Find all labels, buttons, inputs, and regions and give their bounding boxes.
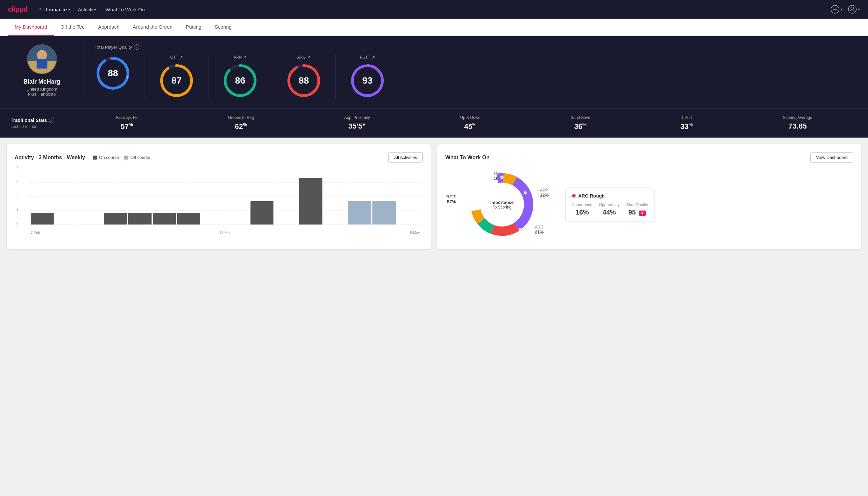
work-on-title: What To Work On (445, 155, 490, 160)
importance-metric: Importance 16% (572, 203, 592, 216)
tab-my-dashboard[interactable]: My Dashboard (8, 19, 54, 36)
svg-point-26 (524, 191, 527, 195)
legend-dot-off-course (124, 156, 128, 159)
putt-score-value: 93 (362, 75, 373, 86)
activity-card-header: Activity - 3 Months - Weekly On course O… (15, 152, 423, 162)
bottom-section: Activity - 3 Months - Weekly On course O… (0, 138, 868, 256)
x-axis: 7 Feb 28 Mar 9 May (28, 231, 423, 234)
bar-off-course (373, 201, 395, 224)
arrow-up-icon: ↗ (307, 55, 311, 60)
donut-chart: Importance To Scoring (465, 168, 539, 241)
activity-title: Activity - 3 Months - Weekly (15, 155, 85, 160)
logo[interactable]: clippd (8, 5, 28, 14)
score-arg: ARG ↗ 88 (272, 55, 336, 99)
ott-score-value: 87 (171, 75, 182, 86)
tab-off-the-tee[interactable]: Off the Tee (54, 19, 92, 36)
all-activities-button[interactable]: All Activities (388, 152, 423, 162)
shot-quality-badge: ▼ (639, 211, 646, 216)
ott-label: OTT ↗ (170, 55, 183, 60)
tab-putting[interactable]: Putting (179, 19, 208, 36)
donut-area: OTT 10% APP 12% ARG 21% PUTT 57% (445, 168, 558, 241)
bar-group (128, 213, 151, 224)
bar-group (104, 213, 127, 224)
bar-on-course (299, 178, 322, 224)
stat-items: Fairways Hit 57% Greens In Reg 62% App. … (70, 115, 857, 131)
trad-stats-section: Traditional Stats ? Last 20 rounds Fairw… (0, 108, 868, 138)
help-icon[interactable]: ? (49, 118, 54, 123)
player-handicap: Plus Handicap (28, 92, 56, 97)
score-ott: OTT ↗ 87 (145, 55, 208, 99)
avatar (27, 44, 57, 74)
legend-dot-on-course (93, 156, 97, 159)
putt-label: PUTT ↗ (360, 55, 375, 60)
app-segment-label: APP 12% (540, 188, 549, 198)
arrow-up-icon: ↗ (179, 55, 183, 60)
x-label-feb: 7 Feb (31, 231, 40, 234)
detail-card: ARG Rough Importance 16% Opportunity 44%… (565, 188, 655, 222)
player-name: Blair McHarg (23, 78, 60, 85)
bar-group (153, 213, 176, 224)
chevron-down-icon: ▾ (858, 7, 860, 12)
work-on-header: What To Work On View Dashboard (445, 152, 853, 162)
bar-on-course (104, 213, 127, 224)
nav-links: Performance ▾ Activities What To Work On (38, 7, 820, 12)
navbar: clippd Performance ▾ Activities What To … (0, 0, 868, 19)
bar-group (251, 201, 273, 224)
navbar-actions: ▾ ▾ (831, 5, 860, 14)
nav-activities[interactable]: Activities (78, 7, 98, 12)
player-country: United Kingdom (26, 87, 57, 92)
bar-group (373, 201, 395, 224)
tab-approach[interactable]: Approach (91, 19, 126, 36)
legend-on-course: On course (93, 155, 119, 160)
stat-one-putt: 1 Putt 33% (680, 115, 693, 131)
bars-container (28, 168, 423, 224)
view-dashboard-button[interactable]: View Dashboard (810, 152, 853, 162)
score-circles: 88 OTT ↗ 87 (95, 55, 857, 99)
player-info: Blair McHarg United Kingdom Plus Handica… (11, 44, 84, 97)
stat-fairways-hit: Fairways Hit 57% (115, 115, 138, 131)
work-on-content: OTT 10% APP 12% ARG 21% PUTT 57% (445, 168, 853, 241)
arrow-up-icon: ↗ (372, 55, 375, 60)
svg-point-7 (37, 50, 47, 60)
add-button[interactable]: ▾ (831, 5, 843, 14)
opportunity-metric: Opportunity 44% (599, 203, 619, 216)
total-score-value: 88 (108, 68, 118, 79)
svg-point-4 (851, 7, 854, 10)
nav-performance[interactable]: Performance ▾ (38, 7, 70, 12)
hero-section: Blair McHarg United Kingdom Plus Handica… (0, 36, 868, 108)
stat-up-and-down: Up & Down 45% (460, 115, 480, 131)
detail-metrics: Importance 16% Opportunity 44% Shot Qual… (572, 203, 648, 216)
stat-greens-in-reg: Greens In Reg 62% (228, 115, 254, 131)
activity-card: Activity - 3 Months - Weekly On course O… (7, 144, 431, 249)
stat-scoring-average: Scoring Average 73.85 (783, 115, 812, 131)
stat-sand-save: Sand Save 36% (571, 115, 590, 131)
ring-app: 86 (222, 62, 258, 99)
nav-what-to-work-on[interactable]: What To Work On (106, 7, 145, 12)
tab-around-the-green[interactable]: Around the Green (126, 19, 179, 36)
bar-group (31, 213, 53, 224)
stat-app-proximity: App. Proximity 35'5" (344, 115, 370, 131)
bar-on-course (128, 213, 151, 224)
help-icon[interactable]: ? (134, 44, 139, 50)
score-total: 88 (95, 55, 145, 99)
bar-group (177, 213, 200, 224)
legend-off-course: Off course (124, 155, 150, 160)
chart-legend: On course Off course (93, 155, 150, 160)
arg-dot-icon (572, 194, 575, 198)
donut-center: Importance To Scoring (490, 200, 514, 210)
tab-scoring[interactable]: Scoring (208, 19, 238, 36)
app-score-value: 86 (235, 75, 245, 86)
arrow-up-icon: ↗ (243, 55, 247, 60)
ring-total: 88 (95, 55, 131, 92)
bar-chart: 4 3 2 1 0 7 Feb 28 Mar 9 May (15, 168, 423, 234)
svg-point-25 (500, 175, 504, 179)
svg-point-27 (519, 228, 522, 231)
svg-rect-8 (36, 59, 47, 68)
arg-label: ARG ↗ (297, 55, 311, 60)
scores-section: Total Player Quality ? 88 (84, 44, 857, 99)
ring-putt: 93 (349, 62, 386, 99)
user-menu-button[interactable]: ▾ (848, 5, 860, 14)
putt-segment-label: PUTT 57% (445, 195, 456, 204)
work-on-card: What To Work On View Dashboard OTT 10% A… (437, 144, 861, 249)
x-label-mar: 28 Mar (219, 231, 231, 234)
